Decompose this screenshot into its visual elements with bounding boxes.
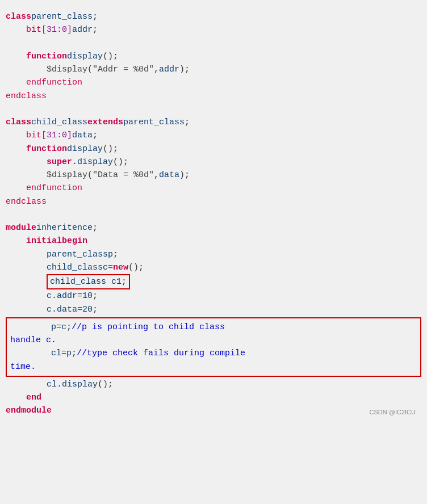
keyword-function-1: function (26, 50, 67, 63)
keyword-begin: begin (62, 234, 87, 247)
keyword-endclass-1: endclass (6, 90, 47, 103)
keyword-new: new (113, 261, 128, 274)
field-data: data (57, 303, 77, 316)
var-addr: addr (72, 23, 93, 36)
line-16: parent_class p; (47, 248, 421, 261)
highlight-assignment-block: p = c; //p is pointing to child class ha… (6, 317, 421, 377)
line-24: end (26, 391, 421, 404)
field-addr: addr (57, 289, 77, 303)
line-20: c.data = 20; (47, 303, 421, 316)
line-22: cl = p; //type check fails during compil… (51, 347, 417, 360)
line-19: c.addr = 10; (47, 289, 421, 303)
line-8: bit [31:0] data; (26, 129, 421, 142)
line-15: initial begin (26, 234, 421, 247)
comment-cl-assign: //type check fails during compile (77, 347, 245, 360)
class-name-child: child_class (31, 116, 87, 129)
var-data: data (72, 129, 93, 142)
line-1: class parent_class; (6, 10, 421, 23)
line-11: $display("Data = %0d", data); (47, 169, 421, 182)
sys-task-display-2: $display (47, 169, 87, 182)
keyword-bit: bit (26, 23, 41, 36)
func-display-call: display (62, 378, 98, 391)
line-18: child_class c1; (47, 274, 421, 289)
var-c-data: c (47, 303, 52, 316)
line-25: endmodule (6, 404, 421, 417)
line-blank-1 (6, 37, 421, 50)
var-addr-ref-1: addr (159, 63, 179, 76)
keyword-class-2: class (6, 116, 31, 129)
super-display-call: display (77, 156, 113, 169)
line-5: endfunction (26, 76, 421, 89)
line-4: $display("Addr = %0d", addr); (47, 63, 421, 76)
parent-class-ref: parent_class (123, 116, 185, 129)
keyword-endfunction-1: endfunction (26, 76, 82, 89)
line-23: cl.display(); (47, 378, 421, 391)
type-parent-class: parent_class (47, 248, 108, 261)
code-block: class parent_class; bit [31:0] addr; fun… (6, 10, 421, 418)
keyword-bit-2: bit (26, 129, 41, 142)
class-name-parent: parent_class (31, 10, 93, 23)
line-2: bit [31:0] addr; (26, 23, 421, 36)
keyword-endmodule: endmodule (6, 404, 52, 417)
line-22b: time. (10, 360, 417, 373)
watermark: CSDN @IC2ICU (370, 408, 416, 417)
line-13: endclass (6, 195, 421, 208)
var-p-ref: p (66, 347, 72, 360)
type-child-class-2: child_class (50, 277, 106, 287)
var-cl-assign: cl (51, 347, 61, 360)
range-bracket-2: [31:0] (41, 129, 72, 142)
line-blank-2 (6, 103, 421, 116)
var-cl-display: cl (47, 378, 57, 391)
comment-compile-time: time. (10, 360, 36, 373)
string-addr: "Addr = %0d" (93, 63, 154, 76)
var-data-ref: data (159, 169, 179, 182)
comment-p-assign: //p is pointing to child class (72, 321, 225, 334)
line-17: child_class c=new(); (47, 261, 421, 274)
type-child-class-1: child_class (47, 261, 103, 274)
sys-task-display-1: $display (47, 63, 87, 76)
keyword-extends: extends (87, 116, 123, 129)
var-p: p (108, 248, 113, 261)
line-7: class child_class extends parent_class; (6, 116, 421, 129)
comment-handle-c: handle c. (10, 334, 56, 347)
line-14: module inheritence; (6, 221, 421, 234)
var-c: c (103, 261, 108, 274)
keyword-function-2: function (26, 142, 67, 156)
num-20: 20 (82, 303, 93, 316)
num-10: 10 (82, 289, 93, 303)
line-21: p = c; //p is pointing to child class (51, 321, 417, 334)
keyword-endfunction-2: endfunction (26, 182, 82, 195)
keyword-initial: initial (26, 234, 62, 247)
line-12: endfunction (26, 182, 421, 195)
keyword-endclass-2: endclass (6, 195, 47, 208)
highlight-child-c1: child_class c1; (47, 274, 130, 289)
func-display-2: display (67, 142, 103, 156)
var-c1: c1 (111, 277, 122, 287)
line-6: endclass (6, 90, 421, 103)
var-p-assign: p (51, 321, 56, 334)
var-c-addr: c (47, 289, 52, 303)
line-blank-3 (6, 208, 421, 221)
line-9: function display(); (26, 142, 421, 156)
line-10: super.display(); (47, 156, 421, 169)
line-21b: handle c. (10, 334, 417, 347)
keyword-module: module (6, 221, 36, 234)
range-bracket: [31:0] (41, 23, 72, 36)
keyword-end: end (26, 391, 41, 404)
string-data: "Data = %0d" (93, 169, 154, 182)
func-display-1: display (67, 50, 103, 63)
var-c-ref: c (61, 321, 66, 334)
keyword-class: class (6, 10, 31, 23)
line-3: function display(); (26, 50, 421, 63)
module-name: inheritence (36, 221, 93, 234)
keyword-super: super (47, 156, 72, 169)
